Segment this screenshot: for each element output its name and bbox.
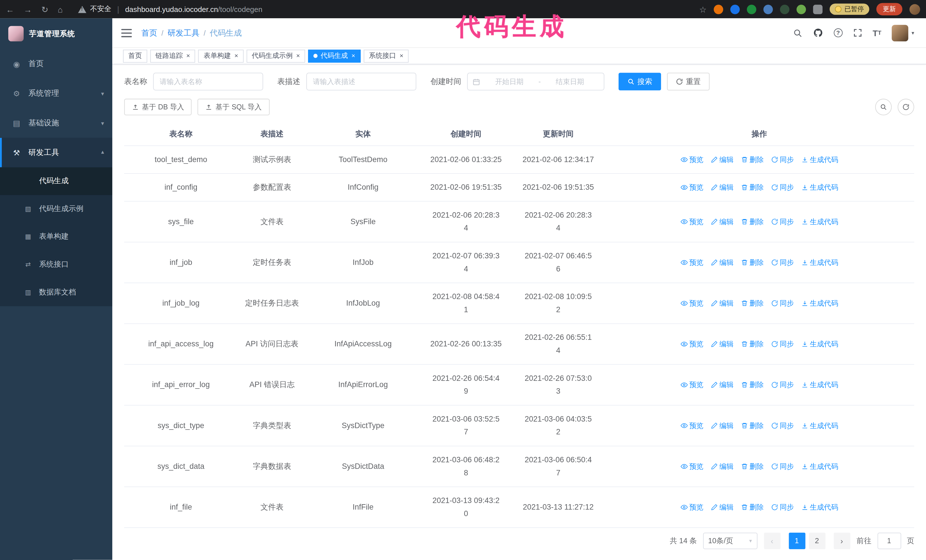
action-edit-link[interactable]: 编辑: [711, 338, 734, 351]
action-edit-link[interactable]: 编辑: [711, 153, 734, 166]
browser-forward-icon[interactable]: →: [24, 5, 32, 14]
tab-system-api[interactable]: 系统接口×: [363, 49, 409, 62]
breadcrumb-home[interactable]: 首页: [141, 28, 157, 38]
action-delete-link[interactable]: 删除: [740, 378, 764, 391]
refresh-table-button[interactable]: [897, 99, 914, 115]
breadcrumb-dev-tools[interactable]: 研发工具: [168, 28, 200, 38]
action-preview-link[interactable]: 预览: [680, 501, 704, 514]
action-edit-link[interactable]: 编辑: [711, 419, 734, 432]
action-preview-link[interactable]: 预览: [680, 338, 704, 351]
browser-back-icon[interactable]: ←: [6, 5, 14, 14]
sidebar-item-infrastructure[interactable]: ▤基础设施▾: [0, 108, 112, 138]
action-sync-link[interactable]: 同步: [771, 338, 794, 351]
browser-update-button[interactable]: 更新: [876, 3, 902, 15]
action-edit-link[interactable]: 编辑: [711, 501, 734, 514]
sidebar-item-db-doc[interactable]: ▥数据库文档: [0, 279, 112, 306]
action-preview-link[interactable]: 预览: [680, 378, 704, 391]
action-sync-link[interactable]: 同步: [771, 297, 794, 310]
site-security-warning[interactable]: 不安全: [78, 4, 111, 14]
close-tab-icon[interactable]: ×: [235, 53, 238, 59]
action-sync-link[interactable]: 同步: [771, 378, 794, 391]
action-sync-link[interactable]: 同步: [771, 460, 794, 473]
action-preview-link[interactable]: 预览: [680, 297, 704, 310]
bookmark-star-icon[interactable]: ☆: [699, 5, 707, 14]
table-desc-input[interactable]: [306, 72, 416, 90]
date-range-picker[interactable]: 开始日期 - 结束日期: [467, 72, 604, 90]
sidebar-toggle-icon[interactable]: [121, 29, 132, 37]
page-button-1[interactable]: 1: [789, 533, 805, 549]
fullscreen-icon[interactable]: [853, 29, 862, 37]
search-button[interactable]: 搜索: [619, 72, 661, 90]
action-generate-code-link[interactable]: 生成代码: [801, 419, 838, 432]
sidebar-item-system[interactable]: ⚙系统管理▾: [0, 78, 112, 108]
action-delete-link[interactable]: 删除: [740, 501, 764, 514]
sidebar-item-form-builder[interactable]: ▦表单构建: [0, 223, 112, 251]
browser-profile-avatar[interactable]: [909, 4, 920, 14]
action-generate-code-link[interactable]: 生成代码: [801, 297, 838, 310]
action-sync-link[interactable]: 同步: [771, 501, 794, 514]
close-tab-icon[interactable]: ×: [296, 53, 300, 59]
action-generate-code-link[interactable]: 生成代码: [801, 181, 838, 194]
sidebar-item-system-api[interactable]: ⇄系统接口: [0, 251, 112, 279]
close-tab-icon[interactable]: ×: [351, 53, 355, 59]
action-delete-link[interactable]: 删除: [740, 297, 764, 310]
extension-icon-1[interactable]: [714, 5, 723, 14]
action-generate-code-link[interactable]: 生成代码: [801, 256, 838, 269]
extension-icon-6[interactable]: [797, 5, 806, 14]
tab-codegen-example[interactable]: 代码生成示例×: [247, 49, 305, 62]
action-generate-code-link[interactable]: 生成代码: [801, 215, 838, 228]
extensions-puzzle-icon[interactable]: [813, 5, 823, 14]
action-edit-link[interactable]: 编辑: [711, 215, 734, 228]
action-preview-link[interactable]: 预览: [680, 153, 704, 166]
action-preview-link[interactable]: 预览: [680, 215, 704, 228]
action-preview-link[interactable]: 预览: [680, 460, 704, 473]
import-sql-button[interactable]: 基于 SQL 导入: [198, 99, 269, 115]
help-icon[interactable]: ?: [834, 29, 843, 37]
action-edit-link[interactable]: 编辑: [711, 181, 734, 194]
action-generate-code-link[interactable]: 生成代码: [801, 153, 838, 166]
action-preview-link[interactable]: 预览: [680, 256, 704, 269]
action-delete-link[interactable]: 删除: [740, 460, 764, 473]
action-preview-link[interactable]: 预览: [680, 181, 704, 194]
tab-form-builder[interactable]: 表单构建×: [198, 49, 244, 62]
toggle-search-button[interactable]: [875, 99, 892, 115]
import-db-button[interactable]: 基于 DB 导入: [124, 99, 192, 115]
browser-reload-icon[interactable]: ↻: [41, 5, 48, 14]
page-size-select[interactable]: 10条/页 ▾: [703, 533, 757, 549]
github-icon[interactable]: [813, 28, 823, 38]
search-icon[interactable]: [793, 28, 802, 38]
extension-icon-4[interactable]: [763, 5, 773, 14]
page-button-2[interactable]: 2: [809, 533, 825, 549]
sidebar-item-codegen-example[interactable]: ▧代码生成示例: [0, 195, 112, 223]
app-logo-row[interactable]: 芋道管理系统: [0, 18, 112, 49]
table-name-input[interactable]: [153, 72, 263, 90]
action-delete-link[interactable]: 删除: [740, 256, 764, 269]
paused-badge[interactable]: 已暂停: [830, 3, 869, 15]
action-delete-link[interactable]: 删除: [740, 338, 764, 351]
action-delete-link[interactable]: 删除: [740, 419, 764, 432]
action-edit-link[interactable]: 编辑: [711, 460, 734, 473]
action-sync-link[interactable]: 同步: [771, 256, 794, 269]
action-delete-link[interactable]: 删除: [740, 153, 764, 166]
action-delete-link[interactable]: 删除: [740, 215, 764, 228]
goto-page-input[interactable]: [877, 533, 901, 549]
action-sync-link[interactable]: 同步: [771, 153, 794, 166]
tab-codegen[interactable]: 代码生成×: [308, 49, 361, 62]
tab-tracer[interactable]: 链路追踪×: [150, 49, 195, 62]
reset-button[interactable]: 重置: [667, 72, 710, 90]
extension-icon-2[interactable]: [730, 5, 740, 14]
action-delete-link[interactable]: 删除: [740, 181, 764, 194]
action-sync-link[interactable]: 同步: [771, 419, 794, 432]
action-edit-link[interactable]: 编辑: [711, 297, 734, 310]
action-edit-link[interactable]: 编辑: [711, 378, 734, 391]
browser-home-icon[interactable]: ⌂: [58, 5, 63, 14]
sidebar-item-home[interactable]: ◉首页: [0, 49, 112, 78]
action-edit-link[interactable]: 编辑: [711, 256, 734, 269]
sidebar-item-dev-tools[interactable]: ⚒研发工具▾: [0, 138, 112, 168]
action-sync-link[interactable]: 同步: [771, 215, 794, 228]
extension-icon-3[interactable]: [747, 5, 756, 14]
action-generate-code-link[interactable]: 生成代码: [801, 460, 838, 473]
action-generate-code-link[interactable]: 生成代码: [801, 338, 838, 351]
action-sync-link[interactable]: 同步: [771, 181, 794, 194]
extension-icon-5[interactable]: [780, 5, 789, 14]
